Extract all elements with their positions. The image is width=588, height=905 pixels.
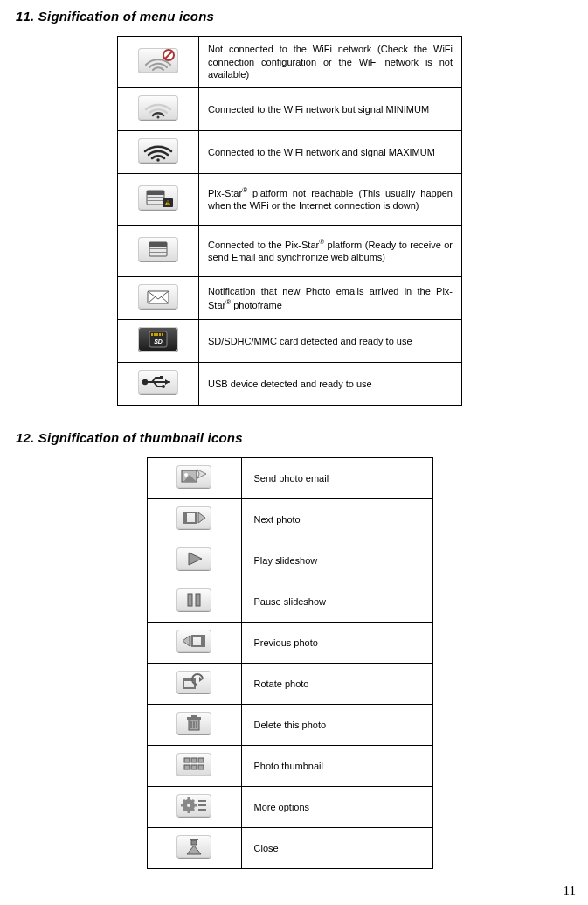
desc-cell: USB device detected and ready to use — [199, 363, 462, 406]
desc-cell: Play slideshow — [241, 540, 432, 581]
table-row: Rotate photo — [147, 664, 432, 705]
desc-cell: Not connected to the WiFi network (Check… — [199, 37, 462, 88]
svg-rect-56 — [191, 765, 197, 769]
desc-cell: More options — [241, 787, 432, 828]
svg-point-28 — [162, 385, 165, 388]
svg-marker-26 — [165, 379, 169, 385]
svg-point-2 — [157, 116, 160, 119]
desc-cell: Connected to the WiFi network but signal… — [199, 88, 462, 131]
desc-cell: Rotate photo — [241, 664, 432, 705]
icon-cell — [118, 37, 199, 88]
desc-cell: Photo thumbnail — [241, 746, 432, 787]
thumbnail-icons-table: Send photo email Next photo Play slidesh… — [147, 457, 433, 869]
svg-point-30 — [184, 473, 188, 477]
svg-point-65 — [187, 804, 190, 807]
table-row: Pause slideshow — [147, 581, 432, 623]
icon-cell: SD — [118, 320, 199, 363]
svg-rect-10 — [167, 201, 168, 203]
section-12-title: 12. Signification of thumbnail icons — [16, 430, 564, 445]
page-number: 11 — [564, 883, 576, 898]
svg-rect-57 — [198, 765, 204, 769]
svg-marker-32 — [197, 470, 206, 478]
table-row: Photo thumbnail — [147, 746, 432, 787]
table-row: Not connected to the WiFi network (Check… — [118, 37, 462, 88]
usb-icon — [138, 370, 178, 394]
icon-cell — [147, 746, 241, 787]
svg-rect-48 — [191, 715, 197, 717]
section-11-title: 11. Signification of menu icons — [16, 9, 564, 24]
svg-rect-71 — [190, 839, 198, 840]
delete-icon — [176, 712, 211, 734]
table-row: Send photo email — [147, 458, 432, 499]
table-row: Close — [147, 828, 432, 869]
icon-cell — [118, 131, 199, 174]
desc-cell: Send photo email — [241, 458, 432, 499]
menu-icons-table: Not connected to the WiFi network (Check… — [117, 36, 462, 406]
svg-marker-69 — [187, 846, 201, 854]
svg-rect-42 — [201, 636, 204, 646]
desc-cell: Connected to the Pix-Star® platform (Rea… — [199, 226, 462, 277]
send-email-icon — [176, 465, 211, 488]
svg-rect-19 — [154, 333, 156, 336]
svg-rect-7 — [147, 200, 164, 201]
svg-point-3 — [156, 158, 160, 162]
server-up-icon — [138, 237, 178, 261]
document-page: 11. Signification of menu icons Not conn… — [0, 0, 588, 905]
table-row: Notification that new Photo emails arriv… — [118, 277, 462, 320]
svg-rect-54 — [198, 758, 204, 762]
svg-rect-6 — [147, 197, 164, 198]
svg-marker-35 — [198, 512, 205, 523]
icon-cell — [147, 458, 241, 499]
icon-cell — [147, 623, 241, 664]
svg-rect-22 — [162, 333, 163, 336]
mail-icon — [138, 284, 178, 309]
icon-cell — [118, 174, 199, 226]
svg-rect-14 — [149, 248, 167, 249]
wifi-min-icon — [138, 95, 178, 120]
svg-rect-47 — [187, 717, 201, 720]
svg-rect-20 — [156, 333, 158, 336]
icon-cell — [147, 664, 241, 705]
table-row: SD SD/SDHC/MMC card detected and ready t… — [118, 320, 462, 363]
icon-cell — [118, 277, 199, 320]
icon-cell — [118, 226, 199, 277]
server-down-icon — [138, 185, 178, 210]
svg-rect-70 — [191, 840, 197, 845]
table-row: USB device detected and ready to use — [118, 363, 462, 406]
icon-cell — [147, 828, 241, 869]
svg-rect-15 — [149, 252, 167, 253]
wifi-max-icon — [138, 138, 178, 163]
table-row: Pix-Star® platform not reachable (This u… — [118, 174, 462, 226]
svg-rect-11 — [167, 204, 168, 205]
desc-cell: Pause slideshow — [241, 581, 432, 623]
desc-cell: Next photo — [241, 499, 432, 540]
table-row: Delete this photo — [147, 705, 432, 746]
icon-cell — [118, 88, 199, 131]
svg-rect-55 — [184, 765, 190, 769]
icon-cell — [147, 581, 241, 623]
rotate-icon — [176, 671, 211, 693]
sd-card-icon: SD — [138, 327, 178, 352]
svg-marker-36 — [189, 553, 202, 565]
play-icon — [176, 547, 211, 570]
svg-rect-53 — [191, 758, 197, 762]
table-row: Play slideshow — [147, 540, 432, 581]
table-row: Next photo — [147, 499, 432, 540]
table-row: Connected to the WiFi network and signal… — [118, 131, 462, 174]
close-icon — [176, 835, 211, 858]
wifi-off-icon — [138, 48, 178, 73]
table-row: More options — [147, 787, 432, 828]
svg-rect-38 — [196, 594, 200, 606]
svg-marker-40 — [183, 636, 190, 646]
svg-rect-13 — [149, 242, 167, 247]
desc-cell: Close — [241, 828, 432, 869]
next-icon — [176, 506, 211, 529]
svg-rect-34 — [183, 512, 187, 523]
svg-rect-18 — [151, 333, 153, 336]
svg-rect-27 — [160, 376, 163, 379]
table-row: Connected to the WiFi network but signal… — [118, 88, 462, 131]
icon-cell — [147, 499, 241, 540]
icon-cell — [147, 540, 241, 581]
grid-icon — [176, 753, 211, 776]
desc-cell: Notification that new Photo emails arriv… — [199, 277, 462, 320]
